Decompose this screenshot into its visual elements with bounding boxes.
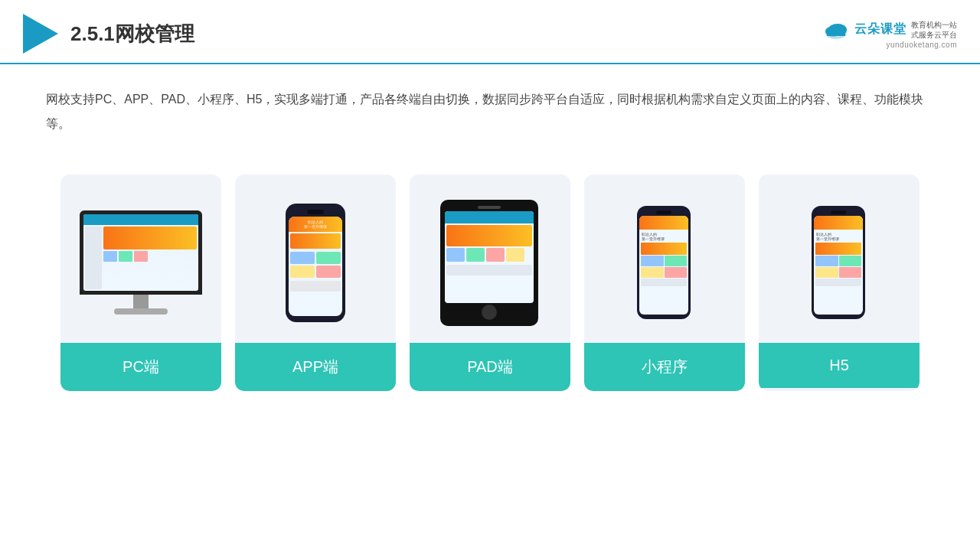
card-image-pc (60, 174, 221, 343)
brand-logo-top: 云朵课堂 教育机构一站式服务云平台 (822, 19, 957, 41)
phone-app-icon: 职达人的第一堂升维课 (285, 204, 346, 322)
card-app: 职达人的第一堂升维课 (235, 174, 396, 391)
card-h5: 职达人的第一堂升维课 (759, 174, 920, 391)
tablet-pad-icon (440, 200, 540, 326)
phone-miniapp-icon: 职达人的第一堂升维课 (637, 206, 692, 319)
brand-url: yunduoketang.com (886, 41, 957, 49)
cards-container: PC端 职达人的第一堂升维课 (0, 159, 980, 406)
description-text: 网校支持PC、APP、PAD、小程序、H5，实现多端打通，产品各终端自由切换，数… (0, 64, 980, 152)
card-image-app: 职达人的第一堂升维课 (235, 174, 396, 343)
header-left: 2.5.1网校管理 (23, 14, 194, 54)
card-label-pad: PAD端 (410, 343, 570, 391)
phone-h5-icon: 职达人的第一堂升维课 (812, 206, 867, 319)
pc-monitor-icon (76, 210, 206, 315)
brand-name: 云朵课堂 (854, 21, 906, 37)
header-right: 云朵课堂 教育机构一站式服务云平台 yunduoketang.com (822, 19, 957, 49)
logo-triangle-icon (23, 14, 58, 54)
card-image-h5: 职达人的第一堂升维课 (759, 174, 920, 343)
brand-tagline: 教育机构一站式服务云平台 (911, 20, 957, 40)
page-header: 2.5.1网校管理 云朵课堂 教育机构一站式服务云平台 yunduoketang… (0, 0, 980, 64)
card-label-miniapp: 小程序 (584, 343, 745, 391)
brand-logo: 云朵课堂 教育机构一站式服务云平台 yunduoketang.com (822, 19, 957, 49)
card-miniapp: 职达人的第一堂升维课 (584, 174, 745, 391)
card-label-app: APP端 (235, 343, 396, 391)
svg-rect-4 (827, 31, 845, 36)
card-pc: PC端 (60, 174, 221, 391)
page-title: 2.5.1网校管理 (70, 21, 194, 47)
cloud-icon (822, 19, 850, 41)
card-label-h5: H5 (759, 343, 920, 388)
card-image-miniapp: 职达人的第一堂升维课 (584, 174, 745, 343)
card-image-pad (410, 174, 570, 343)
card-label-pc: PC端 (60, 343, 221, 391)
card-pad: PAD端 (410, 174, 570, 391)
